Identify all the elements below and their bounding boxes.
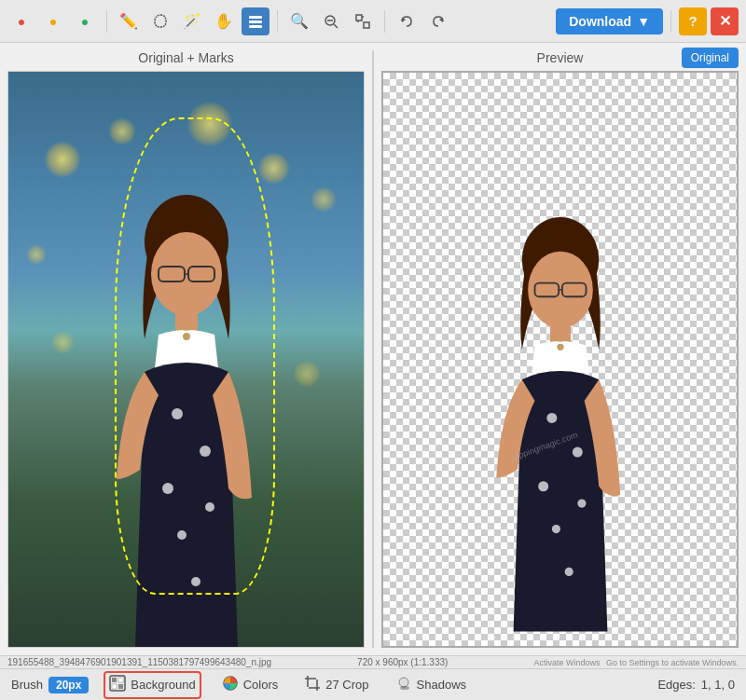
close-button[interactable]: ● — [7, 7, 35, 35]
left-panel-title: Original + Marks — [7, 50, 365, 65]
shadows-label: Shadows — [417, 678, 466, 692]
separator-2 — [277, 10, 278, 33]
svg-point-20 — [162, 483, 173, 494]
svg-point-24 — [183, 333, 190, 340]
svg-line-4 — [334, 24, 338, 28]
background-label: Background — [131, 678, 195, 692]
left-canvas[interactable] — [7, 71, 365, 648]
image-size-label: 720 x 960px (1:1.333) — [271, 657, 533, 667]
person-figure-right: clippingmagic.com — [458, 199, 663, 646]
zoom-out-button[interactable] — [317, 7, 345, 35]
svg-point-32 — [572, 447, 582, 458]
undo-button[interactable] — [393, 7, 421, 35]
svg-rect-1 — [249, 21, 262, 23]
brush-label: Brush — [11, 678, 43, 692]
app-close-button[interactable]: ✕ — [711, 7, 739, 35]
fit-view-button[interactable] — [349, 7, 377, 35]
svg-point-34 — [577, 500, 586, 508]
shadows-tool[interactable]: Shadows — [390, 671, 472, 699]
svg-rect-7 — [364, 22, 369, 28]
magic-wand-button[interactable]: 🪄 — [178, 7, 206, 35]
separator-1 — [106, 10, 107, 33]
help-button[interactable]: ? — [679, 7, 707, 35]
svg-rect-43 — [118, 684, 123, 689]
zoom-in-button[interactable]: 🔍 — [285, 7, 313, 35]
download-button[interactable]: Download ▼ — [556, 8, 663, 34]
svg-rect-2 — [249, 25, 262, 28]
svg-rect-41 — [118, 678, 123, 682]
svg-rect-6 — [356, 15, 362, 21]
preview-header: Preview Original — [381, 50, 739, 65]
background-tool[interactable]: Background — [104, 671, 200, 699]
minimize-button[interactable]: ● — [39, 7, 67, 35]
brush-section: Brush 20px — [11, 677, 89, 693]
separator-3 — [384, 10, 385, 33]
svg-rect-42 — [112, 684, 117, 689]
edges-section: Edges: 1, 1, 0 — [657, 678, 735, 692]
edges-label: Edges: — [657, 678, 695, 692]
preview-canvas[interactable]: clippingmagic.com — [381, 71, 739, 648]
hand-tool-button[interactable]: ✋ — [210, 7, 238, 35]
separator-4 — [670, 10, 671, 33]
filename-label: 191655488_3948476901901391_1150381797499… — [7, 657, 271, 667]
download-icon: ▼ — [637, 14, 650, 29]
pencil-tool-button[interactable]: ✏️ — [115, 7, 143, 35]
svg-rect-40 — [112, 678, 117, 682]
crop-icon — [304, 675, 321, 695]
brush-size-badge: 20px — [48, 677, 89, 693]
background-icon — [109, 675, 126, 695]
right-panel-title: Preview — [537, 50, 584, 65]
svg-marker-11 — [439, 18, 443, 22]
colors-label: Colors — [243, 678, 279, 692]
svg-point-19 — [200, 446, 211, 457]
svg-point-21 — [205, 502, 214, 512]
bottom-toolbar: Brush 20px Background Colors 27 Crop — [0, 668, 746, 700]
svg-point-33 — [538, 481, 548, 491]
svg-point-36 — [564, 568, 573, 576]
redo-button[interactable] — [424, 7, 452, 35]
svg-point-31 — [546, 413, 557, 423]
crop-label: 27 Crop — [325, 678, 368, 692]
original-button[interactable]: Original — [682, 48, 739, 68]
svg-point-37 — [557, 344, 563, 350]
bottom-area: 191655488_3948476901901391_1150381797499… — [0, 655, 746, 700]
svg-point-35 — [551, 525, 560, 533]
crop-tool[interactable]: 27 Crop — [298, 671, 374, 699]
lasso-tool-button[interactable] — [146, 7, 174, 35]
svg-marker-10 — [402, 18, 406, 22]
left-panel: Original + Marks — [0, 43, 372, 655]
info-bar: 191655488_3948476901901391_1150381797499… — [0, 655, 746, 668]
svg-point-49 — [399, 678, 408, 687]
right-panel: Preview Original — [374, 43, 746, 655]
svg-point-18 — [172, 408, 183, 419]
activate-windows-label: Activate Windows Go to Settings to activ… — [533, 658, 739, 667]
top-toolbar: ● ● ● ✏️ 🪄 ✋ 🔍 Download ▼ ? ✕ — [0, 0, 746, 43]
svg-point-50 — [400, 686, 409, 690]
maximize-button[interactable]: ● — [71, 7, 99, 35]
edges-value: 1, 1, 0 — [701, 678, 735, 692]
download-label: Download — [569, 14, 631, 29]
svg-rect-0 — [249, 16, 262, 19]
svg-point-23 — [191, 577, 200, 586]
colors-tool[interactable]: Colors — [216, 671, 284, 699]
brush-tool-button[interactable] — [242, 7, 269, 35]
person-figure-left — [75, 190, 298, 647]
shadows-icon — [395, 675, 412, 695]
main-content: Original + Marks — [0, 43, 746, 655]
colors-icon — [222, 675, 239, 695]
svg-point-22 — [177, 530, 186, 540]
